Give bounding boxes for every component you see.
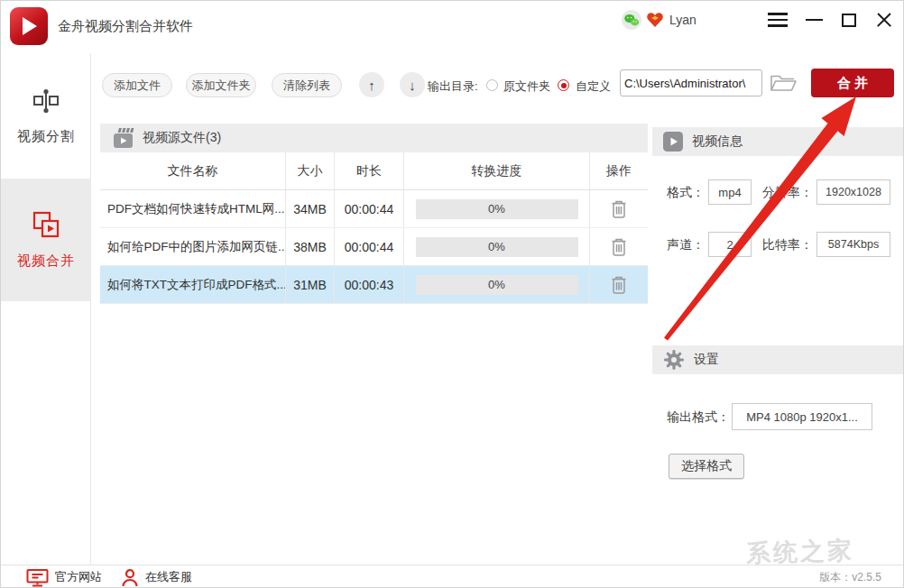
online-service-link[interactable]: 在线客服 [121, 565, 192, 588]
play-icon [23, 17, 37, 35]
channels-label: 声道： [656, 232, 705, 257]
resolution-label: 分辨率： [753, 179, 813, 205]
app-title: 金舟视频分割合并软件 [58, 1, 193, 51]
person-icon [121, 568, 139, 587]
file-size: 34MB [286, 190, 335, 227]
file-duration: 00:00:44 [335, 228, 404, 265]
source-files-header: 视频源文件(3) [100, 124, 648, 152]
video-play-icon [663, 132, 683, 152]
radio-custom[interactable] [558, 79, 569, 91]
table-row-selected[interactable]: 如何将TXT文本打印成PDF格式... 31MB 00:00:43 0% [100, 266, 648, 304]
file-size: 38MB [286, 228, 335, 265]
column-header-size: 大小 [286, 152, 335, 189]
output-dir-label: 输出目录: [428, 78, 478, 95]
minimize-icon[interactable] [802, 9, 826, 31]
column-header-progress: 转换进度 [404, 152, 590, 189]
video-split-icon [32, 87, 60, 118]
channels-value: 2 [708, 232, 752, 257]
action-cell [590, 266, 648, 303]
progress-cell: 0% [404, 190, 590, 227]
wechat-icon[interactable] [621, 9, 642, 34]
radio-original-folder[interactable] [486, 79, 498, 91]
choose-format-button[interactable]: 选择格式 [669, 454, 744, 479]
gear-icon [663, 349, 685, 371]
delete-icon[interactable] [610, 199, 628, 219]
file-duration: 00:00:43 [335, 266, 404, 303]
column-header-duration: 时长 [335, 152, 404, 189]
column-header-action: 操作 [590, 152, 648, 189]
move-down-button[interactable]: ↓ [400, 72, 425, 97]
action-cell [590, 190, 648, 227]
table-header: 文件名称 大小 时长 转换进度 操作 [100, 152, 648, 190]
app-logo [10, 7, 48, 45]
sidebar-item-video-merge[interactable]: 视频合并 [1, 179, 91, 301]
file-duration: 00:00:44 [335, 190, 404, 227]
progress-bar: 0% [416, 199, 578, 219]
progress-bar: 0% [416, 237, 578, 257]
arrow-up-icon: ↑ [368, 78, 375, 93]
resolution-value: 1920x1028 [816, 179, 890, 205]
sidebar-item-video-split[interactable]: 视频分割 [1, 53, 91, 179]
merge-button[interactable]: 合并 [811, 69, 894, 97]
table-row[interactable]: PDF文档如何快速转成HTML网... 34MB 00:00:44 0% [100, 190, 648, 228]
clear-list-button[interactable]: 清除列表 [272, 73, 342, 97]
settings-header: 设置 [652, 345, 904, 374]
browse-folder-icon[interactable] [770, 72, 797, 94]
table-row[interactable]: 如何给PDF中的图片添加网页链... 38MB 00:00:44 0% [100, 228, 648, 266]
file-name: 如何将TXT文本打印成PDF格式... [100, 266, 286, 303]
menu-icon[interactable] [766, 9, 789, 31]
radio-original-folder-label[interactable]: 原文件夹 [503, 78, 550, 95]
bitrate-value: 5874Kbps [816, 232, 890, 257]
monitor-icon [26, 568, 49, 587]
sidebar-item-label: 视频分割 [17, 128, 75, 145]
settings-title: 设置 [694, 352, 719, 368]
delete-icon[interactable] [610, 275, 628, 295]
file-name: 如何给PDF中的图片添加网页链... [100, 228, 286, 265]
move-up-button[interactable]: ↑ [359, 72, 384, 97]
file-size: 31MB [286, 266, 335, 303]
add-file-button[interactable]: 添加文件 [102, 73, 172, 97]
vip-badge-icon[interactable] [646, 11, 664, 32]
maximize-icon[interactable] [837, 9, 861, 31]
online-service-label: 在线客服 [145, 569, 192, 585]
delete-icon[interactable] [610, 237, 628, 257]
footer-bar: 官方网站 在线客服 版本：v2.5.5 [1, 565, 904, 588]
format-label: 格式： [656, 179, 705, 205]
official-site-link[interactable]: 官方网站 [26, 565, 102, 588]
column-header-filename: 文件名称 [100, 152, 286, 189]
add-folder-button[interactable]: 添加文件夹 [186, 73, 256, 97]
sidebar-item-label: 视频合并 [17, 253, 75, 270]
video-merge-icon [32, 210, 60, 243]
action-cell [590, 228, 648, 265]
file-name: PDF文档如何快速转成HTML网... [100, 190, 286, 227]
output-path-input[interactable] [620, 69, 762, 96]
username-label: Lyan [669, 1, 696, 39]
film-icon [113, 128, 134, 149]
arrow-down-icon: ↓ [409, 78, 416, 93]
output-format-value: MP4 1080p 1920x1... [732, 403, 872, 430]
bitrate-label: 比特率： [753, 232, 813, 257]
official-site-label: 官方网站 [55, 569, 102, 585]
output-format-label: 输出格式： [652, 403, 730, 430]
progress-cell: 0% [404, 228, 590, 265]
format-value: mp4 [708, 179, 752, 205]
radio-custom-label[interactable]: 自定义 [576, 78, 611, 95]
close-icon[interactable] [872, 9, 896, 31]
progress-cell: 0% [404, 266, 590, 303]
app-window: 金舟视频分割合并软件 Lyan [0, 0, 904, 588]
source-files-title: 视频源文件(3) [143, 130, 221, 146]
video-info-header: 视频信息 [652, 127, 904, 156]
version-label: 版本：v2.5.5 [819, 565, 881, 588]
progress-bar: 0% [416, 275, 578, 295]
video-info-title: 视频信息 [692, 133, 743, 150]
sidebar: 视频分割 视频合并 [1, 53, 91, 565]
